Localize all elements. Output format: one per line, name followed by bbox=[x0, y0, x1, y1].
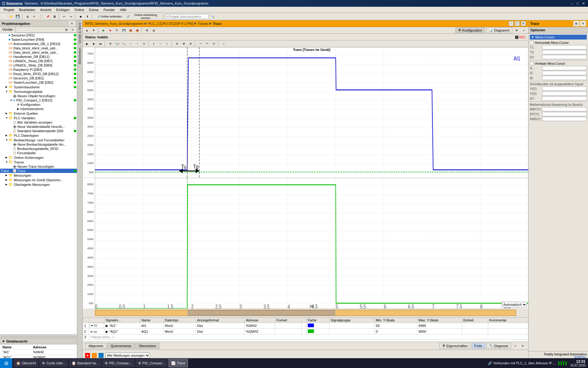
y2-input[interactable] bbox=[542, 50, 587, 54]
panel-settings-btn[interactable]: ⚙ bbox=[514, 28, 520, 33]
cut-btn[interactable]: ✂ bbox=[31, 14, 37, 19]
sig1-icon1[interactable]: ⬅ bbox=[91, 324, 93, 327]
compile-btn[interactable]: ▶ bbox=[78, 14, 84, 19]
new-btn[interactable]: 📄 bbox=[1, 14, 7, 19]
menu-extras[interactable]: Extras bbox=[87, 7, 101, 13]
dy-input[interactable] bbox=[542, 55, 587, 59]
merge-btn[interactable]: ⊞ bbox=[187, 41, 194, 47]
config-tab-konfiguration[interactable]: ⚙ Konfiguration bbox=[455, 27, 485, 33]
trace-settings-btn[interactable]: ⚙ bbox=[144, 28, 150, 33]
taskbar-trace[interactable]: 📈 Trace bbox=[168, 359, 188, 367]
chart-svg-element[interactable]: Tu Tg AI1 bbox=[95, 47, 528, 309]
taskbar-pid2[interactable]: ⚙ PID_Compac... bbox=[135, 359, 168, 367]
align-left-btn[interactable]: ⊣ bbox=[197, 41, 203, 47]
cursor-h-btn[interactable]: ─ bbox=[157, 41, 164, 47]
taskbar-pid1[interactable]: ⚙ PID_Compac... bbox=[102, 359, 135, 367]
tree-item-taster-db[interactable]: DB Taster/Leuchten_DB [DB2] bbox=[0, 80, 77, 85]
signal-row-2[interactable]: 2 ⬅ S2 ▶ "AQ1" AQ1 Word Dez %QW42 0 bbox=[83, 329, 528, 335]
play-btn[interactable]: ▶ bbox=[84, 41, 90, 47]
bc-traces[interactable]: Traces bbox=[198, 22, 208, 25]
tree-item-plc-daten[interactable]: ▶ 📁 PLC-Datentypen bbox=[0, 133, 77, 138]
overview-bar[interactable] bbox=[95, 310, 516, 316]
zoom-y-btn[interactable]: ↕ bbox=[134, 41, 140, 47]
search-btn[interactable]: 🔍 bbox=[209, 14, 216, 19]
tree-item-standard-var[interactable]: 📋 Standard-Variablentabelle [260 bbox=[0, 129, 77, 133]
titlebar-controls[interactable]: – □ ✕ bbox=[570, 2, 586, 6]
t1-input[interactable] bbox=[542, 66, 587, 70]
online-connect-btn[interactable]: 🔗 Online verbinden bbox=[94, 14, 125, 19]
menu-ansicht[interactable]: Ansicht bbox=[38, 7, 54, 13]
fit-btn[interactable]: ⊡ bbox=[141, 41, 147, 47]
sig1-icon2[interactable]: S1 bbox=[94, 324, 97, 327]
online-disconnect-btn[interactable]: 🔗 Online-Verbindung trennen bbox=[126, 14, 162, 19]
side-bibliotheken[interactable]: Bibliotheken bbox=[77, 45, 82, 66]
breadcrumb-btns[interactable]: – □ ✕ bbox=[509, 21, 526, 26]
tree-item-inbetrieb[interactable]: ▶ Inbetriebnahme bbox=[0, 107, 77, 111]
tree-item-taster[interactable]: ■ Taster/Leuchten [FB9] bbox=[0, 37, 77, 42]
bc-project[interactable]: RFID_Siemens_Kurs_Grundprogramm bbox=[85, 22, 143, 25]
minimize-btn[interactable]: – bbox=[570, 2, 574, 6]
tree-item-rasp[interactable]: DB Raspberry Pi [DB3] bbox=[0, 67, 77, 72]
trace-reload-btn[interactable]: ↻ bbox=[114, 28, 120, 33]
tree-item-trace[interactable]: Trace 📈 Trace bbox=[0, 169, 77, 173]
diagnose-btn[interactable]: 🔧 Diagnose bbox=[486, 343, 511, 349]
trace-save-btn[interactable]: 💾 bbox=[121, 28, 127, 33]
trace-stop-btn[interactable]: ■ bbox=[107, 28, 113, 33]
tree-item-neue-beob[interactable]: ➕ Neue Beobachtungstabelle hin... bbox=[0, 142, 77, 147]
zoom-in-btn[interactable]: 🔍+ bbox=[114, 41, 120, 47]
tree-item-sensoren-db[interactable]: DB Sensoren_DB [DB1] bbox=[0, 76, 77, 80]
tree-item-plc-var[interactable]: ▼ 📁 PLC-Variablen bbox=[0, 116, 77, 120]
tree-item-force[interactable]: 📋 Forcetabelle bbox=[0, 151, 77, 155]
undo-btn[interactable]: ↩ bbox=[61, 14, 67, 19]
tree-item-data-write[interactable]: DB Data_block_ident_write_opti... bbox=[0, 50, 77, 55]
rp-btn1[interactable]: ⊞ bbox=[573, 21, 579, 26]
cursor-v-btn[interactable]: │ bbox=[164, 41, 170, 47]
tree-item-ueberlagert[interactable]: ▶ 📁 Überlagerte Messungen bbox=[0, 182, 77, 187]
menu-einfuegen[interactable]: Einfügen bbox=[54, 7, 72, 13]
sig2-icon1[interactable]: ⬅ S2 bbox=[90, 330, 97, 333]
project-search-input[interactable] bbox=[166, 14, 209, 19]
tree-item-rfid-read[interactable]: DB LRfidIOL_Read_DB [DB7] bbox=[0, 59, 77, 63]
copy-btn[interactable]: 📋 bbox=[38, 14, 44, 19]
bc-close[interactable]: ✕ bbox=[521, 21, 526, 26]
nav-list-btn[interactable]: ≡ bbox=[70, 27, 76, 33]
chart-svg[interactable]: Trace [Traces im Gerät] bbox=[95, 47, 528, 309]
panel-expand-bottom[interactable]: ⤢ bbox=[512, 343, 518, 349]
nav-header-btns[interactable]: ✕ bbox=[69, 21, 75, 26]
tree-item-traces[interactable]: ▼ 📁 Traces bbox=[0, 160, 77, 164]
tree-item-read-write[interactable]: DB Read_Write_RFID_DB [DB12] bbox=[0, 72, 77, 76]
yt2-input[interactable] bbox=[542, 91, 587, 96]
tree-item-messungen[interactable]: ▶ 📁 Messungen bbox=[0, 173, 77, 178]
split-h-btn[interactable]: ⊟ bbox=[174, 41, 180, 47]
yt1-input[interactable] bbox=[542, 86, 587, 91]
trace-print-btn[interactable]: 🖨 bbox=[151, 28, 157, 33]
tree-item-alle-var[interactable]: 📋 Alle Variablen anzeigen bbox=[0, 120, 77, 125]
open-btn[interactable]: 📂 bbox=[8, 14, 14, 19]
tree-item-neues-objekt[interactable]: ➕ Neues Objekt hinzufügen bbox=[0, 94, 77, 98]
trace-up-btn[interactable]: ▲ bbox=[84, 28, 90, 33]
eigenschaften-btn[interactable]: ⚙ Eigenschaften bbox=[439, 343, 470, 349]
menu-hilfe[interactable]: Hilfe bbox=[117, 7, 129, 13]
tree-item-pid[interactable]: ▼ ⊛ PID_Compact_1 [DB15] bbox=[0, 98, 77, 102]
scroll-bar[interactable] bbox=[1, 335, 76, 337]
dt-input[interactable] bbox=[542, 76, 587, 80]
bc-minimize[interactable]: – bbox=[509, 21, 514, 26]
warn-msg-btn[interactable]: ! bbox=[92, 353, 97, 358]
detail-header[interactable]: ▼ Detailansicht bbox=[0, 338, 77, 344]
start-button[interactable]: ⊞ bbox=[0, 358, 12, 368]
tree-item-hand[interactable]: DB Handbetrieb_DB [DB11] bbox=[0, 55, 77, 59]
bc-plc[interactable]: PLC_1 [CPU 1512SP F-1 PN] bbox=[148, 22, 193, 25]
overview-viewport[interactable] bbox=[188, 310, 335, 316]
tree-item-mess-geraet[interactable]: ▶ 📁 Messungen im Gerät (Speicher... bbox=[0, 178, 77, 182]
menu-fenster[interactable]: Fenster bbox=[101, 7, 117, 13]
right-panel-btns[interactable]: ⊞ ✕ bbox=[573, 21, 586, 26]
nav-close-btn[interactable]: ✕ bbox=[69, 21, 75, 26]
zoom-x-btn[interactable]: ↔ bbox=[127, 41, 134, 47]
vert-cursor-checkbox[interactable] bbox=[530, 62, 533, 65]
signal-row-new[interactable]: 3 <Neues bere...> bbox=[83, 335, 528, 340]
stop-msg-btn[interactable]: ■ bbox=[85, 353, 90, 358]
menu-bearbeiten[interactable]: Bearbeiten bbox=[17, 7, 38, 13]
tree-item-neue-var[interactable]: ➕ Neue Variablentabelle hinzufü... bbox=[0, 125, 77, 129]
bc-maximize[interactable]: □ bbox=[515, 21, 520, 26]
nav-grid-btn[interactable]: ⊞ bbox=[63, 27, 70, 33]
